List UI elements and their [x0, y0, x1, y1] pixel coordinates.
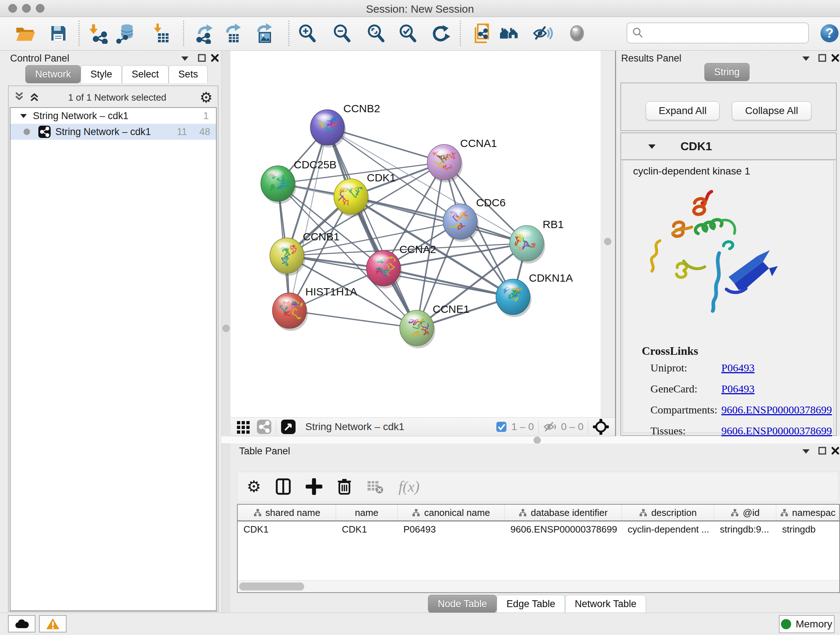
horizontal-scrollbar[interactable] [238, 580, 839, 592]
node-gloss-highlight [339, 182, 357, 191]
add-column-icon[interactable] [306, 478, 322, 495]
show-columns-icon[interactable] [275, 478, 291, 495]
network-node-CDK1[interactable]: CDK1 [334, 172, 396, 217]
network-share-gray-icon[interactable] [256, 419, 272, 434]
tab-network-table[interactable]: Network Table [565, 595, 646, 613]
crosslink-value-link[interactable]: 9606.ENSP00000378699 [722, 424, 832, 437]
network-edge-HIST1H1A-CCNE1[interactable] [289, 310, 417, 328]
export-network-button[interactable] [193, 22, 216, 44]
results-panel-maximize-button[interactable] [818, 54, 827, 64]
column-header--id[interactable]: @id [714, 505, 776, 521]
zoom-selected-button[interactable] [396, 22, 419, 44]
export-table-button[interactable] [222, 22, 245, 44]
crosslink-value-link[interactable]: 9606.ENSP00000378699 [722, 404, 832, 416]
splitter-handle[interactable] [223, 325, 230, 332]
network-edge-CCNB2-CCNE1[interactable] [327, 127, 417, 328]
crosslink-value-link[interactable]: P06493 [722, 383, 755, 395]
table-row[interactable]: CDK1CDK1P064939606.ENSP00000378699cyclin… [238, 521, 839, 537]
control-panel-float-button[interactable] [180, 54, 189, 64]
warning-status-button[interactable] [39, 615, 66, 632]
network-edge-CCNA2-CDKN1A[interactable] [384, 268, 513, 297]
network-node-HIST1H1A[interactable]: HIST1H1A [272, 286, 357, 331]
zoom-out-button[interactable] [331, 22, 353, 44]
node-label-CCNB1: CCNB1 [303, 231, 340, 242]
results-panel-close-button[interactable] [831, 54, 840, 64]
network-node-RB1[interactable]: RB1 [510, 218, 564, 264]
level-of-detail-button[interactable] [566, 22, 588, 44]
open-session-button[interactable] [14, 22, 36, 44]
network-node-CCNA1[interactable]: CCNA1 [427, 137, 497, 182]
collapse-all-button[interactable]: Collapse All [732, 101, 812, 120]
hidden-elements-eye-icon [543, 421, 557, 433]
collapse-all-networks-button[interactable] [13, 91, 25, 103]
crosslink-value-link[interactable]: P06493 [722, 362, 755, 374]
protein-structure-image [638, 184, 789, 339]
delete-column-trash-icon[interactable] [337, 478, 352, 495]
network-row[interactable]: String Network – cdk1 11 48 [11, 124, 216, 140]
save-session-button[interactable] [47, 22, 69, 44]
help-button[interactable]: ? [818, 22, 840, 44]
import-network-from-database-button[interactable] [115, 22, 137, 44]
entry-header[interactable]: CDK1 [621, 133, 836, 160]
network-graph[interactable]: CCNB2CCNA1CDC25BCDK1CDC6RB1CCNB1CCNA2CDK… [231, 51, 600, 417]
open-folder-icon [14, 23, 35, 44]
network-options-gear-icon[interactable]: ⚙ [200, 89, 213, 106]
table-panel-close-button[interactable] [831, 447, 840, 456]
document-network-icon [472, 23, 493, 44]
network-node-CCNE1[interactable]: CCNE1 [400, 303, 470, 348]
memory-button[interactable]: Memory [779, 615, 835, 633]
column-header-name[interactable]: name [336, 505, 398, 521]
zoom-in-button[interactable] [296, 22, 318, 44]
tab-style[interactable]: Style [81, 65, 122, 83]
node-label-CCNE1: CCNE1 [433, 303, 470, 315]
export-image-button[interactable] [253, 22, 276, 44]
tab-sets[interactable]: Sets [169, 65, 208, 83]
tab-network[interactable]: Network [25, 65, 81, 83]
birdseye-grid-icon[interactable] [235, 419, 251, 435]
string-import-button[interactable] [471, 22, 493, 44]
memory-status-dot [781, 619, 791, 629]
apply-layout-button[interactable] [429, 22, 452, 44]
search-input[interactable] [647, 27, 808, 39]
column-header-canonical-name[interactable]: canonical name [398, 505, 505, 521]
svg-text:?: ? [826, 26, 834, 41]
tab-string[interactable]: String [704, 63, 750, 81]
vertical-splitter[interactable] [221, 51, 231, 613]
enhanced-graphics-toggle-button[interactable] [532, 22, 554, 44]
import-table-button[interactable] [149, 22, 172, 44]
node-gloss-highlight [448, 207, 467, 216]
tab-select[interactable]: Select [122, 65, 169, 83]
center-view-crosshair-icon[interactable] [592, 418, 609, 435]
column-header-shared-name[interactable]: shared name [238, 505, 336, 521]
table-panel-maximize-button[interactable] [818, 447, 827, 456]
network-results-splitter[interactable] [600, 51, 616, 417]
collection-expander-icon[interactable] [19, 112, 28, 119]
string-home-button[interactable] [498, 22, 520, 44]
splitter-handle[interactable] [534, 437, 541, 444]
network-selection-status: 1 of 1 Network selected [45, 92, 189, 103]
control-panel-close-button[interactable] [210, 54, 219, 64]
network-node-CDKN1A[interactable]: CDKN1A [496, 272, 573, 317]
tab-edge-table[interactable]: Edge Table [497, 595, 565, 613]
column-header-database-identifier[interactable]: database identifier [505, 505, 622, 521]
selected-nodes-checkbox-icon[interactable] [496, 421, 507, 432]
window-title: Session: New Session [0, 3, 840, 15]
expand-all-button[interactable]: Expand All [646, 101, 720, 120]
scrollbar-thumb[interactable] [239, 583, 304, 591]
column-header-namespac[interactable]: namespac [776, 505, 839, 521]
network-node-CCNB2[interactable]: CCNB2 [310, 103, 380, 148]
control-panel-maximize-button[interactable] [197, 54, 206, 64]
zoom-fit-button[interactable] [365, 22, 387, 44]
tab-node-table[interactable]: Node Table [428, 595, 497, 613]
import-network-button[interactable] [87, 22, 109, 44]
table-panel-float-button[interactable] [801, 447, 811, 456]
external-view-icon[interactable] [281, 419, 296, 434]
expand-all-networks-button[interactable] [28, 91, 41, 103]
network-collection-row[interactable]: String Network – cdk1 1 [11, 108, 216, 124]
entry-expander-icon[interactable] [647, 142, 657, 150]
table-settings-gear-icon[interactable]: ⚙ [247, 477, 261, 496]
column-header-description[interactable]: description [622, 505, 714, 521]
splitter-handle[interactable] [604, 238, 611, 245]
cloud-status-button[interactable] [8, 615, 35, 632]
results-panel-float-button[interactable] [801, 54, 811, 64]
